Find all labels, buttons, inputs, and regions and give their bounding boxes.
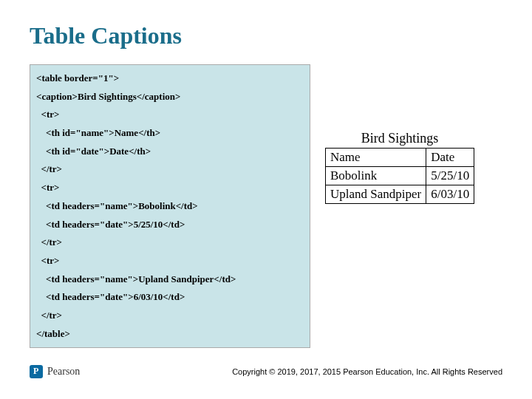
table-row: Upland Sandpiper 6/03/10	[326, 185, 474, 204]
code-example: <table border="1"> <caption>Bird Sightin…	[30, 64, 310, 348]
table-cell: 6/03/10	[426, 185, 474, 204]
brand: Pearson	[30, 365, 80, 378]
content-row: <table border="1"> <caption>Bird Sightin…	[30, 64, 502, 348]
rendered-table: Name Date Bobolink 5/25/10 Upland Sandpi…	[325, 148, 474, 204]
rendered-output: Bird Sightings Name Date Bobolink 5/25/1…	[325, 64, 474, 204]
brand-name: Pearson	[47, 366, 80, 378]
table-header-cell: Name	[326, 149, 426, 167]
footer: Pearson Copyright © 2019, 2017, 2015 Pea…	[30, 365, 502, 378]
table-header-cell: Date	[426, 149, 474, 167]
table-cell: 5/25/10	[426, 167, 474, 185]
slide-title: Table Captions	[30, 22, 502, 50]
table-cell: Upland Sandpiper	[326, 185, 426, 204]
table-header-row: Name Date	[326, 149, 474, 167]
table-caption: Bird Sightings	[325, 131, 474, 146]
brand-logo-icon	[30, 365, 43, 378]
table-row: Bobolink 5/25/10	[326, 167, 474, 185]
table-cell: Bobolink	[326, 167, 426, 185]
copyright-text: Copyright © 2019, 2017, 2015 Pearson Edu…	[232, 367, 502, 376]
